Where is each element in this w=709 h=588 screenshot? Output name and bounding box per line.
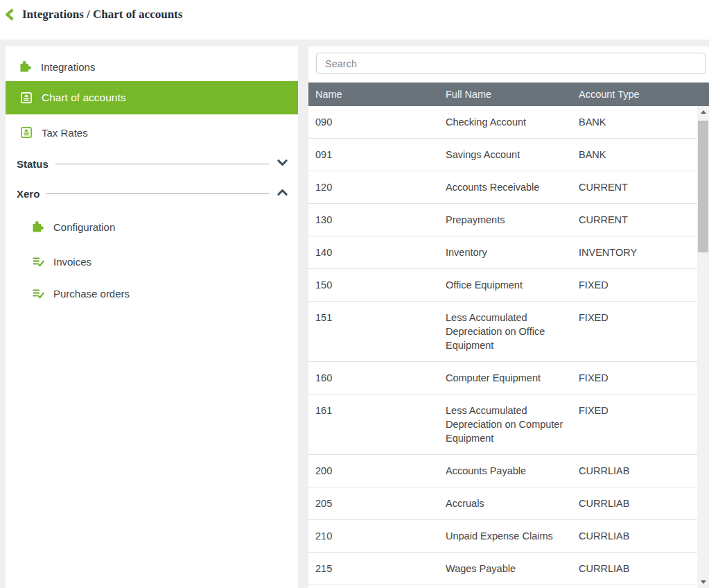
column-header-account-type: Account Type xyxy=(572,89,709,100)
puzzle-icon xyxy=(19,60,33,74)
sidebar-item-invoices[interactable]: Invoices xyxy=(6,250,298,273)
section-label: Xero xyxy=(17,188,40,200)
sidebar-item-purchase-orders[interactable]: Purchase orders xyxy=(6,282,298,305)
table-row[interactable]: 091 Savings Account BANK xyxy=(308,139,697,171)
cell-full-name: Accounts Receivable xyxy=(439,180,572,194)
account-card-icon xyxy=(19,91,33,105)
cell-account-type: BANK xyxy=(572,148,697,162)
cell-account-type: CURRENT xyxy=(572,213,697,227)
table-row[interactable]: 161 Less Accumulated Depreciation on Com… xyxy=(308,395,697,455)
scrollbar-up-arrow[interactable] xyxy=(697,106,709,118)
cell-full-name: Office Equipment xyxy=(439,278,572,292)
cell-account-type: FIXED xyxy=(572,278,697,292)
cell-name: 150 xyxy=(308,278,439,292)
chevron-up-icon xyxy=(277,187,288,201)
table-row[interactable]: 215 Wages Payable CURRLIAB xyxy=(308,553,697,585)
scrollbar-thumb[interactable] xyxy=(698,121,708,252)
table-row[interactable]: 200 Accounts Payable CURRLIAB xyxy=(308,455,697,487)
cell-account-type: FIXED xyxy=(572,311,697,352)
triangle-down-icon xyxy=(701,580,706,584)
cell-account-type: CURRLIAB xyxy=(572,529,697,543)
cell-name: 090 xyxy=(308,115,439,129)
cell-full-name: Less Accumulated Depreciation on Office … xyxy=(439,311,572,352)
table-row[interactable]: 090 Checking Account BANK xyxy=(308,106,697,139)
cell-name: 200 xyxy=(308,464,439,478)
cell-name: 161 xyxy=(308,404,439,445)
puzzle-icon xyxy=(32,220,45,234)
cell-name: 120 xyxy=(308,180,439,194)
table-row[interactable]: 205 Accruals CURRLIAB xyxy=(308,487,697,520)
column-header-full-name: Full Name xyxy=(439,89,572,100)
table-row[interactable]: 130 Prepayments CURRENT xyxy=(308,204,697,236)
search-input[interactable] xyxy=(316,53,706,74)
sidebar-item-label: Integrations xyxy=(41,61,95,73)
cell-account-type: CURRLIAB xyxy=(572,496,697,510)
cell-full-name: Prepayments xyxy=(439,213,572,227)
sidebar-item-label: Tax Rates xyxy=(42,127,88,139)
cell-account-type: FIXED xyxy=(572,371,697,385)
cell-name: 160 xyxy=(308,371,439,385)
cell-full-name: Accounts Payable xyxy=(439,464,572,478)
cell-account-type: INVENTORY xyxy=(572,245,697,259)
list-check-icon xyxy=(32,287,45,300)
cell-account-type: CURRLIAB xyxy=(572,464,697,478)
cell-full-name: Inventory xyxy=(439,245,572,259)
chart-of-accounts-panel: Name Full Name Account Type 090 Checking… xyxy=(308,46,709,588)
cell-account-type: CURRLIAB xyxy=(572,562,697,576)
cell-name: 151 xyxy=(308,311,439,352)
table-row[interactable]: 120 Accounts Receivable CURRENT xyxy=(308,171,697,204)
cell-full-name: Accruals xyxy=(439,496,572,510)
table-row[interactable]: 160 Computer Equipment FIXED xyxy=(308,362,697,395)
triangle-up-icon xyxy=(701,110,706,114)
cell-full-name: Savings Account xyxy=(439,148,572,162)
sidebar-section-xero[interactable]: Xero xyxy=(6,186,298,201)
list-check-icon xyxy=(32,255,45,268)
cell-full-name: Checking Account xyxy=(439,115,572,129)
sidebar-item-label: Chart of accounts xyxy=(42,92,125,104)
sidebar-section-status[interactable]: Status xyxy=(6,156,298,171)
accounts-table: 090 Checking Account BANK 091 Savings Ac… xyxy=(308,106,697,588)
cell-full-name: Computer Equipment xyxy=(439,371,572,385)
cell-name: 210 xyxy=(308,529,439,543)
page-title: Integrations / Chart of accounts xyxy=(22,8,182,21)
sidebar-item-chart-of-accounts[interactable]: Chart of accounts xyxy=(6,81,298,114)
sidebar-item-integrations[interactable]: Integrations xyxy=(6,52,298,81)
cell-full-name: Less Accumulated Depreciation on Compute… xyxy=(439,404,572,445)
section-divider xyxy=(46,193,270,194)
sidebar: Integrations Chart of accounts Tax Rates… xyxy=(6,46,298,588)
cell-full-name: Wages Payable xyxy=(439,562,572,576)
cell-account-type: FIXED xyxy=(572,404,697,445)
back-chevron-icon[interactable] xyxy=(3,8,17,21)
table-row[interactable]: 210 Unpaid Expense Claims CURRLIAB xyxy=(308,520,697,553)
table-header: Name Full Name Account Type xyxy=(308,83,709,106)
cell-account-type: BANK xyxy=(572,115,697,129)
table-scrollbar[interactable] xyxy=(697,106,709,588)
cell-name: 091 xyxy=(308,148,439,162)
cell-name: 140 xyxy=(308,245,439,259)
column-header-name: Name xyxy=(308,89,439,100)
table-row[interactable]: 150 Office Equipment FIXED xyxy=(308,269,697,302)
cell-name: 130 xyxy=(308,213,439,227)
account-card-icon xyxy=(19,126,33,139)
cell-name: 205 xyxy=(308,496,439,510)
cell-full-name: Unpaid Expense Claims xyxy=(439,529,572,543)
breadcrumb: Integrations / Chart of accounts xyxy=(3,8,182,21)
chevron-down-icon xyxy=(277,157,288,171)
sidebar-item-label: Purchase orders xyxy=(53,288,130,300)
scrollbar-down-arrow[interactable] xyxy=(697,576,709,588)
sidebar-item-label: Configuration xyxy=(53,221,115,233)
title-bar: Integrations / Chart of accounts xyxy=(0,0,709,40)
sidebar-item-configuration[interactable]: Configuration xyxy=(6,215,298,239)
table-row[interactable]: 151 Less Accumulated Depreciation on Off… xyxy=(308,302,697,362)
cell-name: 215 xyxy=(308,562,439,576)
sidebar-item-tax-rates[interactable]: Tax Rates xyxy=(6,120,298,145)
section-divider xyxy=(55,164,270,164)
section-label: Status xyxy=(17,158,49,170)
table-row[interactable]: 140 Inventory INVENTORY xyxy=(308,236,697,269)
cell-account-type: CURRENT xyxy=(572,180,697,194)
sidebar-item-label: Invoices xyxy=(53,256,91,268)
